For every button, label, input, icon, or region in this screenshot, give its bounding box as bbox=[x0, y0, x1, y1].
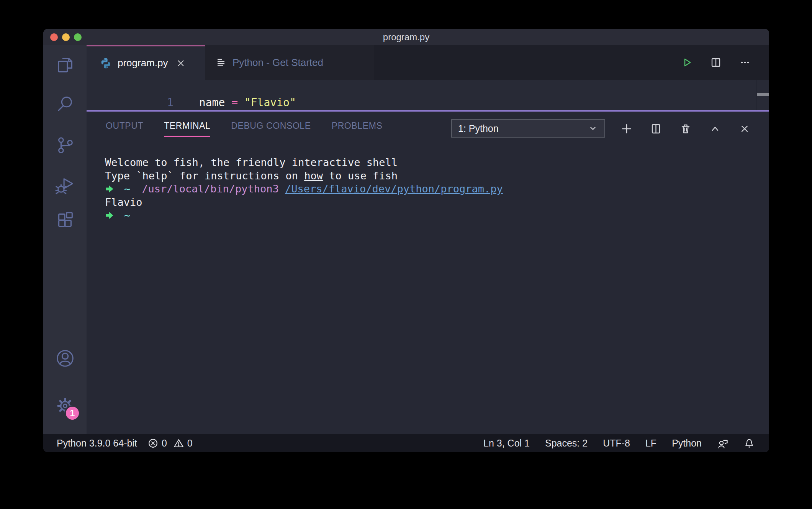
activity-account[interactable] bbox=[54, 348, 76, 369]
panel-tab-output[interactable]: OUTPUT bbox=[106, 121, 143, 137]
list-icon bbox=[215, 57, 227, 68]
error-icon bbox=[148, 438, 158, 448]
titlebar: program.py bbox=[43, 29, 769, 45]
status-indentation[interactable]: Spaces: 2 bbox=[545, 438, 588, 449]
terminal-text: Type `help` for instructions on bbox=[105, 169, 304, 183]
bell-icon bbox=[744, 438, 755, 449]
scrollbar-thumb[interactable] bbox=[757, 93, 769, 96]
prompt-arrow-icon bbox=[105, 184, 114, 194]
split-terminal-button[interactable] bbox=[650, 123, 662, 135]
window-title: program.py bbox=[43, 29, 769, 45]
token-operator: = bbox=[225, 96, 244, 109]
feedback-icon bbox=[717, 438, 729, 449]
activity-bar: 1 bbox=[43, 45, 87, 434]
status-python-version[interactable]: Python 3.9.0 64-bit bbox=[57, 438, 137, 449]
run-file-button[interactable] bbox=[681, 57, 692, 68]
prompt-path: ~ bbox=[124, 209, 130, 222]
warning-icon bbox=[174, 438, 184, 448]
token-string: "Flavio" bbox=[244, 96, 296, 109]
close-panel-button[interactable] bbox=[738, 123, 751, 135]
settings-badge: 1 bbox=[64, 405, 80, 421]
tab-python-get-started[interactable]: Python - Get Started bbox=[205, 45, 374, 80]
code-editor[interactable]: 1name = "Flavio" 2print(name) bbox=[87, 80, 769, 110]
activity-extensions[interactable] bbox=[54, 210, 76, 232]
panel-tab-debug-console[interactable]: DEBUG CONSOLE bbox=[231, 121, 311, 137]
kill-terminal-button[interactable] bbox=[679, 123, 692, 135]
tab-program-py[interactable]: program.py bbox=[87, 45, 205, 80]
status-encoding[interactable]: UTF-8 bbox=[603, 438, 630, 449]
status-problems[interactable]: 0 0 bbox=[148, 438, 193, 449]
prompt-path: ~ bbox=[124, 182, 130, 196]
status-eol[interactable]: LF bbox=[645, 438, 656, 449]
files-icon bbox=[55, 54, 75, 75]
split-terminal-icon bbox=[650, 123, 662, 135]
bottom-panel: OUTPUT TERMINAL DEBUG CONSOLE PROBLEMS 1… bbox=[87, 110, 769, 434]
token-variable: name bbox=[199, 96, 225, 109]
vscode-window: program.py bbox=[43, 29, 769, 452]
activity-search[interactable] bbox=[54, 93, 76, 115]
status-notifications[interactable] bbox=[744, 438, 755, 449]
code-line: 1name = "Flavio" bbox=[87, 80, 769, 95]
trash-icon bbox=[680, 123, 691, 135]
close-icon bbox=[739, 123, 750, 135]
terminal-picker-value: 1: Python bbox=[458, 123, 588, 134]
error-count: 0 bbox=[162, 438, 167, 449]
tab-label: program.py bbox=[118, 57, 168, 69]
activity-explorer[interactable] bbox=[54, 54, 76, 75]
status-cursor-position[interactable]: Ln 3, Col 1 bbox=[483, 438, 530, 449]
extensions-icon bbox=[55, 210, 75, 231]
source-control-icon bbox=[55, 135, 75, 156]
terminal-picker[interactable]: 1: Python bbox=[451, 119, 605, 138]
terminal-output[interactable]: Welcome to fish, the friendly interactiv… bbox=[105, 156, 503, 222]
plus-icon bbox=[620, 123, 633, 135]
prompt-arrow-icon bbox=[105, 211, 114, 220]
panel-tab-problems[interactable]: PROBLEMS bbox=[332, 121, 383, 137]
more-actions-button[interactable] bbox=[739, 57, 751, 68]
status-bar: Python 3.9.0 64-bit 0 0 Ln 3, Col 1 Spac… bbox=[43, 434, 769, 452]
run-icon bbox=[681, 57, 692, 68]
tab-label: Python - Get Started bbox=[232, 57, 323, 69]
maximize-panel-button[interactable] bbox=[709, 123, 721, 135]
close-icon bbox=[176, 58, 186, 68]
terminal-text: to use fish bbox=[323, 169, 398, 183]
tab-bar: program.py Python - Get Started bbox=[87, 45, 769, 80]
status-feedback[interactable] bbox=[717, 438, 729, 449]
activity-settings[interactable]: 1 bbox=[54, 395, 76, 417]
terminal-text: Welcome to fish, the friendly interactiv… bbox=[105, 156, 398, 169]
run-debug-icon bbox=[55, 175, 75, 195]
chevron-up-icon bbox=[709, 123, 721, 135]
close-tab-button[interactable] bbox=[176, 58, 186, 68]
activity-run-debug[interactable] bbox=[54, 174, 76, 196]
desktop: program.py bbox=[0, 0, 812, 509]
terminal-file-link[interactable]: /Users/flavio/dev/python/program.py bbox=[285, 182, 503, 196]
panel-tab-terminal[interactable]: TERMINAL bbox=[164, 121, 210, 137]
new-terminal-button[interactable] bbox=[620, 123, 633, 135]
terminal-command: /usr/local/bin/python3 bbox=[142, 182, 279, 196]
split-editor-button[interactable] bbox=[710, 57, 722, 68]
activity-source-control[interactable] bbox=[54, 135, 76, 156]
split-editor-icon bbox=[710, 57, 722, 68]
search-icon bbox=[55, 94, 75, 114]
status-language-mode[interactable]: Python bbox=[672, 438, 702, 449]
python-icon bbox=[100, 57, 112, 69]
terminal-output-text: Flavio bbox=[105, 196, 142, 209]
warning-count: 0 bbox=[187, 438, 193, 449]
more-icon bbox=[739, 57, 751, 68]
line-number: 1 bbox=[138, 95, 174, 110]
account-icon bbox=[55, 348, 75, 369]
editor-actions bbox=[681, 45, 751, 80]
panel-tabs: OUTPUT TERMINAL DEBUG CONSOLE PROBLEMS bbox=[106, 121, 382, 137]
chevron-down-icon bbox=[588, 123, 598, 134]
terminal-text-underlined: how bbox=[304, 169, 323, 183]
